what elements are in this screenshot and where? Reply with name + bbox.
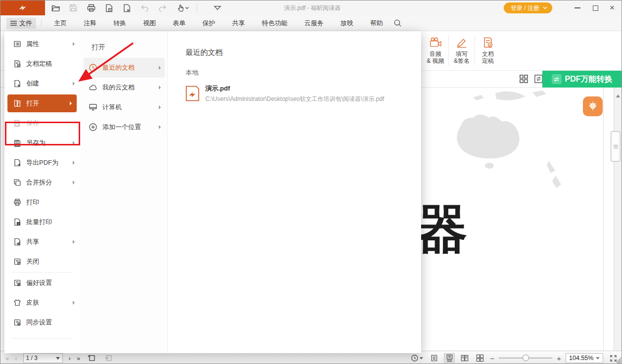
minimize-icon <box>574 7 580 8</box>
file-menu-item-close[interactable]: 关闭 <box>4 252 80 272</box>
open-panel-label: 计算机 <box>102 103 154 112</box>
tab-slideshow[interactable]: 放映 <box>332 15 362 31</box>
previous-page-icon[interactable]: ‹ <box>15 355 17 362</box>
app-logo[interactable] <box>0 0 45 15</box>
login-button[interactable]: 登录 / 注册 <box>504 2 552 13</box>
menu-item-label: 属性 <box>26 40 68 48</box>
tab-view[interactable]: 视图 <box>135 15 164 31</box>
recent-documents-title: 最近的文档 <box>186 48 223 57</box>
scroll-up-icon[interactable] <box>616 94 620 97</box>
file-menu-item-open[interactable]: 打开 <box>7 94 77 112</box>
zoom-slider-knob[interactable] <box>523 355 529 361</box>
maximize-icon <box>593 5 598 11</box>
open-panel-item-cloud[interactable]: 我的云文档 <box>84 78 165 97</box>
minimize-button[interactable] <box>569 0 586 15</box>
continuous-facing-icon[interactable] <box>475 353 485 363</box>
file-menu-item-share[interactable]: 共享 <box>4 232 80 252</box>
zoom-out-icon[interactable]: − <box>490 354 494 363</box>
file-menu-item-export-pdf[interactable]: 导出PDF为 <box>4 153 80 173</box>
page-number-select[interactable]: 1 / 3 <box>23 353 63 363</box>
tips-lightbulb-button[interactable] <box>583 96 603 116</box>
view-controls: − + 104.55% <box>409 351 619 364</box>
hand-tool-icon[interactable] <box>174 2 191 14</box>
tab-convert[interactable]: 转换 <box>105 15 135 31</box>
zoom-in-icon[interactable]: + <box>557 354 561 363</box>
file-menu-label: 文件 <box>19 19 32 28</box>
previous-view-icon[interactable] <box>86 353 97 363</box>
new-document-icon[interactable] <box>120 2 133 14</box>
file-menu-item-batch-print[interactable]: 批量打印 <box>4 212 80 232</box>
ribbon-doc-finalize-button[interactable]: 文档定稿 <box>475 32 501 69</box>
next-view-icon[interactable] <box>103 353 114 363</box>
ribbon-audio-video-button[interactable]: 音频& 视频 <box>423 32 448 69</box>
menu-divider <box>11 338 73 339</box>
menu-item-label: 共享 <box>26 237 68 246</box>
file-menu-item-properties[interactable]: 属性 <box>4 34 80 54</box>
recent-file-name: 演示.pdf <box>205 84 384 93</box>
read-mode-icon[interactable] <box>409 353 424 363</box>
facing-page-icon[interactable] <box>459 353 470 363</box>
single-page-icon[interactable] <box>429 353 439 363</box>
file-menu-item-sync-settings[interactable]: 同步设置 <box>4 313 80 332</box>
file-menu-item-print[interactable]: 打印 <box>4 192 80 212</box>
add-location-icon <box>89 123 97 132</box>
ribbon-fill-sign-button[interactable]: 填写&签名 <box>449 32 475 69</box>
tab-help[interactable]: 帮助 <box>362 15 391 31</box>
open-panel-title: 打开 <box>92 43 105 52</box>
close-window-button[interactable]: × <box>604 0 621 15</box>
file-menu-item-skin[interactable]: 皮肤 <box>4 293 80 313</box>
submenu-caret-icon <box>73 42 75 46</box>
resize-grip[interactable] <box>614 357 621 364</box>
file-menu-button[interactable]: 文件 <box>6 18 36 29</box>
app-window: { "titlebar": { "title": "演示.pdf - 福昕阅读器… <box>0 0 622 364</box>
pdf-convert-button[interactable]: PDF万能转换 <box>542 71 622 88</box>
recent-file-item[interactable]: 演示.pdf C:\Users\Administrator\Desktop\se… <box>181 82 411 105</box>
file-menu-item-preferences[interactable]: 偏好设置 <box>4 273 80 293</box>
scrollbar-thumb[interactable] <box>611 131 621 162</box>
save-icon[interactable] <box>67 2 80 14</box>
menu-item-label: 创建 <box>26 79 68 88</box>
undo-icon[interactable] <box>138 2 151 14</box>
file-menu-item-create[interactable]: 创建 <box>4 74 80 93</box>
recent-documents-pane: 最近的文档 本地 演示.pdf C:\Users\Administrator\D… <box>168 31 421 353</box>
search-icon[interactable] <box>393 19 402 27</box>
zoom-level-select[interactable]: 104.55% <box>566 353 603 363</box>
lightbulb-icon <box>587 100 599 112</box>
file-menu-item-doc-finalize[interactable]: 文档定稿 <box>4 54 80 74</box>
file-menu-item-merge-split[interactable]: 合并拆分 <box>4 173 80 192</box>
open-panel-label: 添加一个位置 <box>102 123 154 132</box>
open-panel-item-add-location[interactable]: 添加一个位置 <box>84 117 165 137</box>
last-page-icon[interactable]: » <box>77 355 80 362</box>
redo-icon[interactable] <box>156 2 169 14</box>
tab-cloud[interactable]: 云服务 <box>296 15 332 31</box>
vertical-scrollbar[interactable] <box>614 88 622 351</box>
menu-item-label: 文档定稿 <box>26 59 75 68</box>
maximize-button[interactable] <box>587 0 604 15</box>
ribbon-label: 文档 <box>482 50 494 57</box>
tab-share[interactable]: 共享 <box>224 15 253 31</box>
document-check-icon <box>13 60 21 68</box>
document-plus-icon <box>13 80 21 88</box>
thumbnail-grid-icon[interactable] <box>519 74 528 84</box>
close-document-icon[interactable] <box>102 2 115 14</box>
pdf-convert-label: PDF万能转换 <box>565 74 613 85</box>
open-panel-item-recent[interactable]: 最近的文档 <box>84 58 165 78</box>
zoom-slider[interactable] <box>499 358 552 359</box>
first-page-icon[interactable]: « <box>5 355 9 362</box>
submenu-caret-icon <box>73 82 75 86</box>
menu-divider <box>41 20 42 27</box>
menu-item-label: 打开 <box>26 99 65 108</box>
tab-home[interactable]: 主页 <box>46 15 75 31</box>
open-file-icon[interactable] <box>49 2 62 14</box>
print-icon[interactable] <box>85 2 97 14</box>
annotation-highlight-box <box>5 122 80 145</box>
tab-form[interactable]: 表单 <box>164 15 194 31</box>
tab-features[interactable]: 特色功能 <box>253 15 296 31</box>
recent-file-path: C:\Users\Administrator\Desktop\seo软文工作培训… <box>205 95 384 103</box>
next-page-icon[interactable]: › <box>69 355 71 362</box>
export-icon <box>13 159 21 167</box>
tab-comment[interactable]: 注释 <box>75 15 105 31</box>
continuous-page-icon[interactable] <box>444 353 455 363</box>
tab-protect[interactable]: 保护 <box>194 15 224 31</box>
open-panel-item-computer[interactable]: 计算机 <box>84 97 165 117</box>
